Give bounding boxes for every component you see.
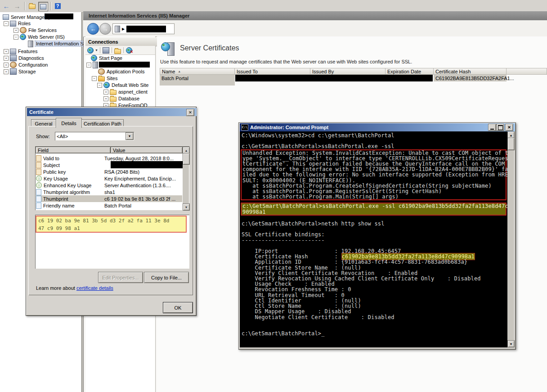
tree-label: Features	[18, 49, 37, 54]
web-site-icon	[103, 82, 110, 88]
field-icon	[36, 203, 41, 209]
list-scrollbar[interactable]: ▲ ▼	[183, 147, 189, 210]
conn-item-sites[interactable]: − Sites	[92, 75, 117, 81]
console-scrollbar[interactable]: ▲ ▼	[507, 131, 514, 347]
dialog-close-button[interactable]: ✕	[186, 109, 194, 116]
close-button[interactable]: ✕	[505, 124, 513, 131]
tree-label: Server Manager (	[11, 14, 49, 20]
column-header-certificate-hash[interactable]: Certificate Hash	[434, 68, 507, 75]
scroll-down-icon[interactable]: ▼	[183, 203, 190, 211]
field-row-enhanced-key-usage[interactable]: ↓Enhanced Key Usage Server Authenticatio…	[36, 182, 182, 189]
list-header-field[interactable]: Field	[36, 147, 111, 153]
expand-expander[interactable]: +	[4, 63, 9, 68]
collapse-expander[interactable]: −	[92, 76, 97, 81]
column-header-expiration-date[interactable]: Expiration Date	[386, 68, 434, 75]
console-tree-toggle-icon[interactable]	[38, 2, 48, 11]
help-icon[interactable]: ?	[53, 2, 62, 10]
redacted-subject	[111, 161, 183, 168]
field-row-public-key[interactable]: Public key RSA (2048 Bits)	[36, 168, 182, 175]
conn-item-aspnet-client[interactable]: + aspnet_client	[103, 89, 148, 95]
learn-more-text: Learn more about certificate details	[36, 285, 113, 291]
tree-item-features[interactable]: + Features	[4, 48, 37, 54]
certificate-details-link[interactable]: certificate details	[76, 285, 113, 291]
diagnostics-icon	[10, 55, 17, 61]
iis-window-titlebar[interactable]: Internet Information Services (IIS) Mana…	[83, 11, 547, 20]
conn-item-server[interactable]: −	[86, 62, 98, 68]
collapse-expander[interactable]: −	[97, 83, 102, 88]
expand-expander[interactable]: +	[4, 49, 9, 54]
scroll-down-icon[interactable]: ▼	[507, 340, 515, 347]
back-icon[interactable]: ←	[2, 2, 11, 10]
connections-header: Connections	[85, 37, 158, 46]
maximize-button[interactable]	[496, 124, 504, 131]
screen: ← → ? Server Manager ( − Roles + File Se…	[0, 0, 547, 392]
dropdown-arrow-icon[interactable]: ▼	[126, 132, 134, 140]
list-header-value[interactable]: Value	[111, 147, 183, 153]
table-cell-certificate-hash[interactable]: C61902BA9E813B5DD32FA2FA1...	[434, 75, 507, 81]
folder-icon	[29, 4, 36, 9]
tree-label: File Services	[28, 27, 57, 33]
tree-item-diagnostics[interactable]: + Diagnostics	[4, 55, 44, 61]
iis-breadcrumb[interactable]: ▶	[112, 23, 175, 34]
extension-icon: ↓	[36, 182, 42, 188]
field-row-key-usage[interactable]: ↓Key Usage Key Encipherment, Data Encip.…	[36, 175, 182, 182]
expand-expander[interactable]: +	[103, 90, 108, 95]
conn-item-start-page[interactable]: Start Page	[91, 55, 122, 61]
tree-label: Storage	[18, 69, 36, 74]
tree-item-iis-manager[interactable]: Internet Information Se	[28, 41, 87, 47]
expand-expander[interactable]: +	[4, 69, 9, 74]
certificate-dialog-titlebar[interactable]: Certificate	[27, 108, 197, 116]
conn-item-database[interactable]: + Database	[103, 95, 139, 102]
field-row-friendly-name[interactable]: Friendly name Batch Portal	[36, 202, 182, 209]
collapse-expander[interactable]: −	[4, 21, 9, 26]
disconnect-icon[interactable]: ✕	[126, 47, 132, 54]
show-dropdown[interactable]: <All> ▼	[55, 132, 134, 140]
column-header-issued-by[interactable]: Issued By	[310, 68, 386, 75]
field-icon	[36, 155, 41, 162]
console-output[interactable]: C:\Windows\system32>cd c:\getsmart\Batch…	[240, 131, 507, 347]
tab-details[interactable]: Details	[56, 118, 82, 128]
field-row-thumbprint-selected[interactable]: Thumbprint c6 19 02 ba 9e 81 3b 5d d3 2f…	[36, 195, 182, 202]
rename-icon[interactable]	[114, 49, 121, 54]
sort-ascending-icon: ▲	[178, 70, 181, 73]
field-row-valid-to[interactable]: Valid to Tuesday, August 28, 2018 8:0...	[36, 155, 182, 162]
conn-item-application-pools[interactable]: Application Pools	[98, 68, 144, 75]
tree-item-configuration[interactable]: + Configuration	[4, 62, 48, 68]
save-connections-icon[interactable]	[103, 47, 109, 54]
create-connection-icon[interactable]	[87, 47, 94, 54]
column-header-issued-to[interactable]: Issued To	[235, 68, 310, 75]
scrollbar-thumb[interactable]	[507, 138, 515, 150]
separator	[112, 47, 112, 53]
connection-dropdown-icon[interactable]: ▼	[95, 49, 98, 52]
tree-label: Web Server (IIS)	[28, 34, 65, 40]
expand-expander[interactable]: +	[4, 56, 9, 61]
column-header-name[interactable]: Name ▲	[160, 68, 235, 75]
conn-item-default-web-site[interactable]: − Default Web Site	[97, 82, 148, 88]
tree-item-roles[interactable]: − Roles	[4, 20, 31, 27]
features-icon	[10, 49, 16, 54]
table-cell-name[interactable]: Batch Portal	[160, 75, 235, 81]
iis-forward-button[interactable]: →	[99, 23, 111, 35]
iis-back-button[interactable]: ←	[87, 23, 99, 35]
ok-button[interactable]: OK	[163, 302, 193, 313]
collapse-expander[interactable]: −	[86, 63, 91, 68]
sites-icon	[98, 77, 105, 81]
column-header-empty	[507, 68, 547, 75]
field-row-thumbprint-algorithm[interactable]: Thumbprint algorithm sha1	[36, 189, 182, 195]
thumbprint-highlight-annotation: c6 19 02 ba 9e 81 3b 5d d3 2f a2 fa 11 3…	[36, 216, 187, 233]
scrollbar-thumb[interactable]	[183, 153, 190, 165]
show-hide-icon[interactable]	[27, 2, 36, 10]
collapse-expander[interactable]: −	[13, 35, 18, 40]
command-prompt-titlebar[interactable]: C:\ Administrator: Command Prompt ✕	[240, 123, 515, 131]
minimize-button[interactable]	[488, 124, 496, 131]
expand-expander[interactable]: +	[103, 96, 108, 101]
redacted-issued-to-by-expiration	[235, 75, 433, 81]
tree-item-file-services[interactable]: + File Services	[13, 27, 57, 33]
tree-item-server-manager[interactable]: Server Manager (	[3, 14, 49, 20]
tree-item-web-server-iis[interactable]: − Web Server (IIS)	[13, 34, 65, 40]
copy-to-file-button[interactable]: Copy to File...	[144, 272, 189, 283]
forward-icon[interactable]: →	[13, 2, 22, 10]
expand-expander[interactable]: +	[13, 28, 18, 33]
tree-label: Diagnostics	[18, 55, 44, 61]
tree-item-storage[interactable]: + Storage	[4, 68, 36, 75]
